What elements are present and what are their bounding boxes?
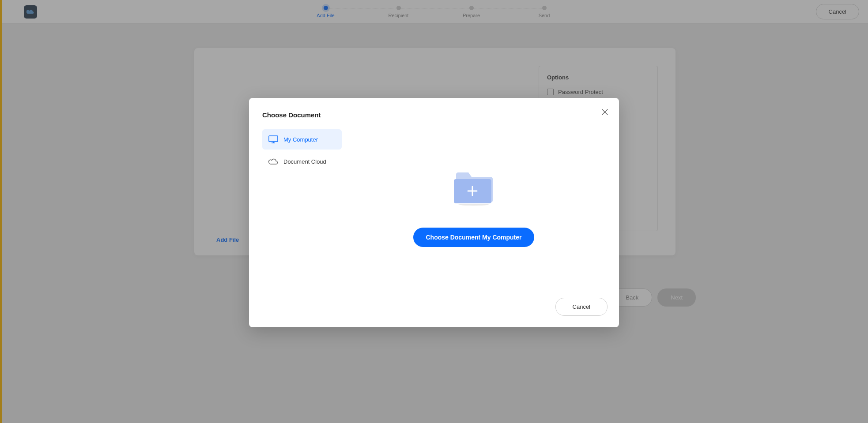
cloud-icon	[268, 157, 278, 166]
source-document-cloud[interactable]: Document Cloud	[262, 151, 342, 172]
source-label: My Computer	[283, 136, 318, 143]
choose-document-modal: Choose Document My Computer Document Clo…	[249, 98, 619, 327]
close-icon[interactable]	[600, 107, 610, 117]
computer-icon	[268, 135, 278, 144]
drop-area: Choose Document My Computer	[342, 129, 606, 288]
source-list: My Computer Document Cloud	[262, 129, 342, 288]
svg-rect-0	[269, 136, 278, 142]
svg-point-1	[458, 204, 489, 206]
source-my-computer[interactable]: My Computer	[262, 129, 342, 150]
modal-title: Choose Document	[262, 111, 606, 119]
folder-plus-icon	[452, 170, 496, 206]
choose-document-button[interactable]: Choose Document My Computer	[413, 228, 534, 247]
modal-body: My Computer Document Cloud	[262, 129, 606, 288]
source-label: Document Cloud	[283, 158, 326, 165]
modal-overlay[interactable]: Choose Document My Computer Document Clo…	[0, 0, 868, 423]
modal-footer: Cancel	[555, 298, 608, 316]
modal-cancel-button[interactable]: Cancel	[555, 298, 608, 316]
